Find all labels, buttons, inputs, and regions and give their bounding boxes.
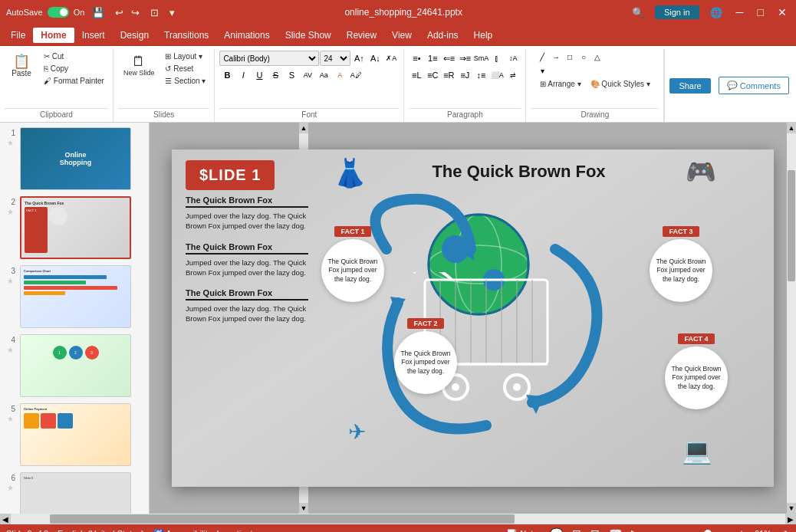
align-center-button[interactable]: ≡C: [425, 67, 440, 83]
font-case-button[interactable]: Aa: [316, 67, 331, 83]
world-icon-button[interactable]: 🌐: [707, 5, 725, 20]
close-button[interactable]: ✕: [775, 6, 790, 18]
cut-button[interactable]: ✂ Cut: [40, 51, 108, 62]
strikethrough-button[interactable]: S: [268, 67, 283, 83]
menu-design[interactable]: Design: [113, 28, 156, 43]
slide-item-6[interactable]: 6 ★ Slide 6: [3, 471, 146, 514]
slide-thumb-2[interactable]: The Quick Brown Fox FACT 1: [20, 196, 131, 259]
menu-file[interactable]: File: [3, 28, 33, 43]
fit-slide-button[interactable]: ⤢: [778, 527, 790, 532]
share-button[interactable]: Share: [669, 78, 710, 94]
menu-transitions[interactable]: Transitions: [156, 28, 216, 43]
menu-animations[interactable]: Animations: [216, 28, 277, 43]
menu-addins[interactable]: Add-ins: [419, 28, 466, 43]
menu-insert[interactable]: Insert: [74, 28, 113, 43]
normal-view-button[interactable]: ⊞: [571, 527, 583, 532]
slide-item-4[interactable]: 4 ★ 1 2 3: [3, 333, 146, 399]
slide-thumb-4[interactable]: 1 2 3: [20, 334, 131, 397]
scroll-down-button[interactable]: ▼: [299, 503, 308, 514]
section-button[interactable]: ☰ Section ▾: [161, 75, 209, 87]
line-shape[interactable]: ╱: [536, 51, 548, 63]
menu-review[interactable]: Review: [339, 28, 384, 43]
restore-button[interactable]: □: [755, 6, 767, 18]
numbering-button[interactable]: 1≡: [425, 51, 440, 66]
search-button[interactable]: 🔍: [629, 5, 647, 20]
smartart-button[interactable]: SmA: [473, 51, 488, 66]
quick-styles-button[interactable]: 🎨 Quick Styles ▾: [587, 78, 654, 90]
font-size-select[interactable]: 24: [320, 51, 350, 66]
increase-font-button[interactable]: A↑: [351, 51, 367, 66]
fact2-text: The Quick Brown Fox jumped over the lazy…: [399, 350, 452, 375]
slide-sorter-button[interactable]: ⊟: [589, 527, 601, 532]
align-right-button[interactable]: ≡R: [441, 67, 456, 83]
italic-button[interactable]: I: [235, 67, 251, 83]
slide-item-1[interactable]: 1 ★ OnlineShopping: [3, 126, 146, 192]
font-color-button[interactable]: A: [332, 67, 347, 83]
menu-home[interactable]: Home: [33, 28, 74, 43]
arrow-shape[interactable]: →: [550, 51, 562, 63]
notes-button[interactable]: 📝 Notes: [507, 529, 542, 533]
comments-status-button[interactable]: 💬: [548, 527, 564, 532]
increase-indent-button[interactable]: ⇒≡: [457, 51, 472, 66]
rect-shape[interactable]: □: [564, 51, 576, 63]
line-spacing-button[interactable]: ↕≡: [473, 67, 488, 83]
text-direction-button[interactable]: ↕A: [505, 51, 521, 66]
slide-thumb-1[interactable]: OnlineShopping: [20, 127, 131, 190]
hscroll-right-button[interactable]: ▶: [785, 514, 796, 524]
comments-button[interactable]: 💬 Comments: [719, 77, 789, 94]
clear-format-button[interactable]: ✗A: [383, 51, 399, 66]
underline-button[interactable]: U: [252, 67, 267, 83]
zoom-out-button[interactable]: －: [647, 527, 661, 532]
minimize-button[interactable]: ─: [733, 6, 747, 18]
redo-button[interactable]: ↪: [128, 5, 143, 20]
columns-button[interactable]: ⫿: [489, 51, 505, 66]
slide-item-2[interactable]: 2 ★ The Quick Brown Fox FACT 1: [3, 195, 146, 261]
section2-text: Jumped over the lazy dog. The Quick Brow…: [186, 258, 308, 278]
new-slide-button[interactable]: 🗒 New Slide: [118, 51, 160, 80]
more-shapes[interactable]: ▾: [536, 64, 548, 77]
autosave-toggle[interactable]: [48, 7, 69, 18]
slide-item-3[interactable]: 3 ★ Comparison Chart: [3, 264, 146, 330]
menu-help[interactable]: Help: [466, 28, 501, 43]
save-button[interactable]: 💾: [89, 5, 107, 20]
convert-button[interactable]: ⇌: [505, 67, 521, 83]
format-painter-button[interactable]: 🖌 Format Painter: [40, 75, 108, 87]
oval-shape[interactable]: ○: [577, 51, 590, 63]
bullets-button[interactable]: ≡•: [409, 51, 424, 66]
right-scroll-down[interactable]: ▼: [787, 503, 796, 514]
shadow-button[interactable]: S: [284, 67, 299, 83]
justify-button[interactable]: ≡J: [457, 67, 472, 83]
para-row1: ≡• 1≡ ⇐≡ ⇒≡ SmA ⫿ ↕A: [409, 51, 521, 66]
decrease-indent-button[interactable]: ⇐≡: [441, 51, 456, 66]
reading-view-button[interactable]: 📖: [607, 527, 623, 532]
char-spacing-button[interactable]: AV: [300, 67, 315, 83]
slide-thumb-5[interactable]: Online Payment: [20, 403, 131, 466]
customize-button[interactable]: ▾: [166, 5, 178, 20]
text-box-button[interactable]: ⬜A: [489, 67, 505, 83]
paste-button[interactable]: 📋 Paste: [5, 51, 38, 81]
presentation-view-button[interactable]: ⊡: [147, 5, 162, 20]
undo-button[interactable]: ↩: [112, 5, 127, 20]
font-family-select[interactable]: Calibri (Body): [219, 51, 319, 66]
editing-group[interactable]: ✏️ Editing: [792, 49, 796, 122]
bold-button[interactable]: B: [219, 67, 235, 83]
slide-item-5[interactable]: 5 ★ Online Payment: [3, 402, 146, 468]
zoom-in-button[interactable]: ＋: [735, 527, 748, 532]
triangle-shape[interactable]: △: [591, 51, 604, 63]
slide-thumb-6[interactable]: Slide 6: [20, 472, 131, 514]
hscroll-left-button[interactable]: ◀: [0, 514, 11, 524]
menu-view[interactable]: View: [384, 28, 419, 43]
signin-button[interactable]: Sign in: [655, 5, 699, 19]
slideshow-button[interactable]: ▶: [630, 527, 641, 532]
arrange-button[interactable]: ⊞ Arrange ▾: [536, 78, 585, 90]
layout-button[interactable]: ⊞ Layout ▾: [161, 51, 209, 62]
highlight-button[interactable]: A🖊: [348, 67, 363, 83]
decrease-font-button[interactable]: A↓: [367, 51, 383, 66]
reset-button[interactable]: ↺ Reset: [161, 63, 209, 74]
right-scroll-up[interactable]: ▲: [787, 123, 796, 133]
copy-button[interactable]: ⎘ Copy: [40, 63, 108, 74]
menu-slideshow[interactable]: Slide Show: [278, 28, 339, 43]
scroll-up-button[interactable]: ▲: [299, 123, 308, 133]
align-left-button[interactable]: ≡L: [409, 67, 424, 83]
slide-thumb-3[interactable]: Comparison Chart: [20, 265, 131, 328]
